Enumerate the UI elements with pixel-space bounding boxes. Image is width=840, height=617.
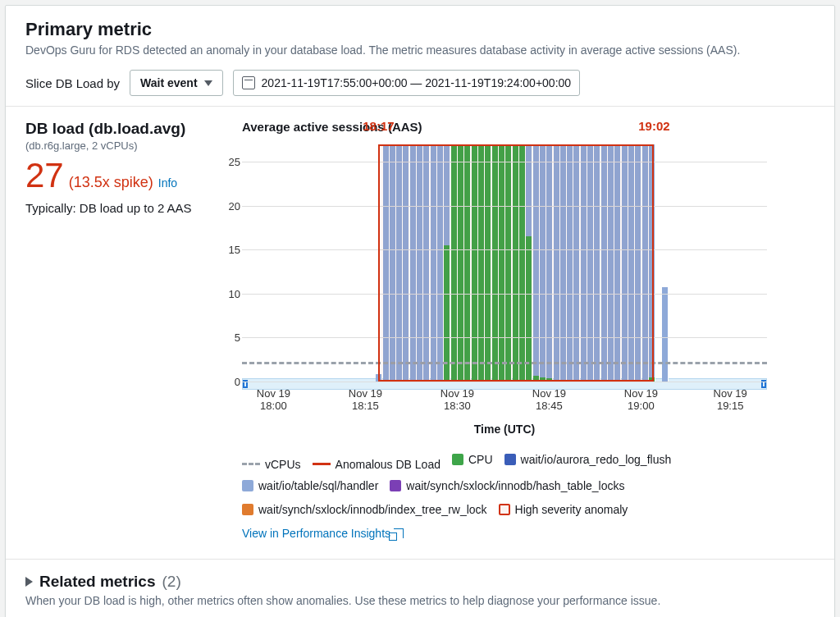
legend-item-rw[interactable]: wait/synch/sxlock/innodb/index_tree_rw_l… <box>242 499 487 521</box>
y-tick: 10 <box>217 287 240 299</box>
related-subtitle: When your DB load is high, other metrics… <box>25 594 815 607</box>
aas-chart[interactable]: Time (UTC) 0510152025Nov 1918:00Nov 1918… <box>242 135 767 382</box>
legend-label: wait/synch/sxlock/innodb/hash_table_lock… <box>406 475 624 497</box>
bar <box>417 144 423 382</box>
bar <box>622 144 628 382</box>
metric-name: DB load (db.load.avg) <box>25 120 222 138</box>
date-range-picker[interactable]: 2021-11-19T17:55:00+00:00 — 2021-11-19T1… <box>233 70 581 96</box>
y-tick: 15 <box>217 244 240 256</box>
bar <box>437 144 444 382</box>
related-count: (2) <box>162 573 181 591</box>
legend-label: CPU <box>468 449 493 471</box>
bar <box>472 144 478 382</box>
slice-label: Slice DB Load by <box>25 76 120 90</box>
panel-subtitle: DevOps Guru for RDS detected an anomaly … <box>25 43 815 57</box>
external-link-icon <box>394 528 404 538</box>
y-tick: 0 <box>217 376 240 388</box>
x-axis-label: Time (UTC) <box>474 423 535 436</box>
performance-insights-link[interactable]: View in Performance Insights <box>242 523 404 545</box>
toolbar: Slice DB Load by Wait event 2021-11-19T1… <box>6 65 834 107</box>
metric-summary: DB load (db.load.avg) (db.r6g.large, 2 v… <box>25 120 222 544</box>
bar <box>383 144 390 382</box>
bar <box>458 144 464 382</box>
bar <box>478 144 485 382</box>
legend-label: High severity anomaly <box>515 499 628 521</box>
legend-swatch <box>242 480 253 491</box>
legend-swatch <box>499 504 510 515</box>
bar <box>451 144 458 382</box>
bar <box>513 144 519 382</box>
bar <box>587 144 594 382</box>
legend-swatch <box>390 480 401 491</box>
x-tick: Nov 1918:00 <box>257 387 290 413</box>
bar <box>628 144 635 382</box>
bar <box>519 144 526 382</box>
typical-load: Typically: DB load up to 2 AAS <box>25 201 222 215</box>
legend-swatch <box>504 454 516 465</box>
anomaly-time-marker: 19:02 <box>638 119 669 133</box>
x-tick: Nov 1919:00 <box>624 387 658 413</box>
legend-swatch <box>313 463 331 465</box>
legend-label: wait/io/table/sql/handler <box>258 475 378 497</box>
primary-metric-panel: Primary metric DevOps Guru for RDS detec… <box>5 5 835 617</box>
legend-item-vcpus[interactable]: vCPUs <box>242 454 301 476</box>
bar <box>444 144 450 382</box>
legend-label: wait/io/aurora_redo_log_flush <box>521 449 672 471</box>
bar <box>594 144 600 382</box>
legend-item-sev[interactable]: High severity anomaly <box>499 499 628 521</box>
slice-select[interactable]: Wait event <box>130 70 223 96</box>
bar <box>396 144 403 382</box>
bar <box>581 144 587 382</box>
legend-item-handler[interactable]: wait/io/table/sql/handler <box>242 475 378 497</box>
metric-value: 27 <box>25 158 64 193</box>
info-link[interactable]: Info <box>158 176 177 190</box>
bar <box>390 144 396 382</box>
bar <box>492 144 499 382</box>
bar <box>376 374 382 382</box>
bar <box>554 144 560 382</box>
legend-label: Anomalous DB Load <box>336 454 441 476</box>
bar <box>601 144 608 382</box>
legend-item-anom-line[interactable]: Anomalous DB Load <box>313 454 441 476</box>
bar <box>560 144 567 382</box>
y-tick: 5 <box>217 331 240 344</box>
chart-legend: vCPUsAnomalous DB LoadCPUwait/io/aurora_… <box>242 449 783 544</box>
bar <box>464 144 471 382</box>
expand-icon <box>25 577 33 587</box>
legend-swatch <box>242 504 253 515</box>
bar <box>403 144 409 382</box>
y-tick: 20 <box>217 199 240 212</box>
bar <box>573 144 580 382</box>
bar <box>505 144 512 382</box>
legend-item-redo[interactable]: wait/io/aurora_redo_log_flush <box>504 449 672 471</box>
bar <box>540 144 546 382</box>
bar <box>499 144 505 382</box>
legend-label: wait/synch/sxlock/innodb/index_tree_rw_l… <box>258 499 487 521</box>
bar <box>649 144 655 382</box>
slice-select-value: Wait event <box>140 76 198 89</box>
vcpu-reference-line <box>242 362 767 364</box>
bar <box>533 144 540 382</box>
bar <box>608 144 614 382</box>
legend-label: vCPUs <box>265 454 301 476</box>
chart-area: Average active sessions (AAS) Time (UTC)… <box>242 120 815 544</box>
bar <box>431 144 437 382</box>
bar <box>526 144 532 382</box>
chart-title: Average active sessions (AAS) <box>242 120 815 134</box>
bar <box>567 144 573 382</box>
bar <box>642 144 649 382</box>
legend-item-hash[interactable]: wait/synch/sxlock/innodb/hash_table_lock… <box>390 475 624 497</box>
panel-title: Primary metric <box>25 19 815 40</box>
related-title: Related metrics <box>39 573 156 591</box>
panel-header: Primary metric DevOps Guru for RDS detec… <box>6 6 834 65</box>
related-metrics-toggle[interactable]: Related metrics (2) <box>25 573 815 591</box>
spike-factor: (13.5x spike) <box>69 174 153 191</box>
anomaly-time-marker: 18:17 <box>363 119 394 133</box>
legend-item-cpu[interactable]: CPU <box>452 449 493 471</box>
y-tick: 25 <box>217 156 240 168</box>
legend-swatch <box>452 454 463 465</box>
x-tick: Nov 1919:15 <box>714 387 747 413</box>
x-tick: Nov 1918:15 <box>349 387 382 413</box>
calendar-icon <box>242 76 255 89</box>
legend-swatch <box>242 463 260 465</box>
